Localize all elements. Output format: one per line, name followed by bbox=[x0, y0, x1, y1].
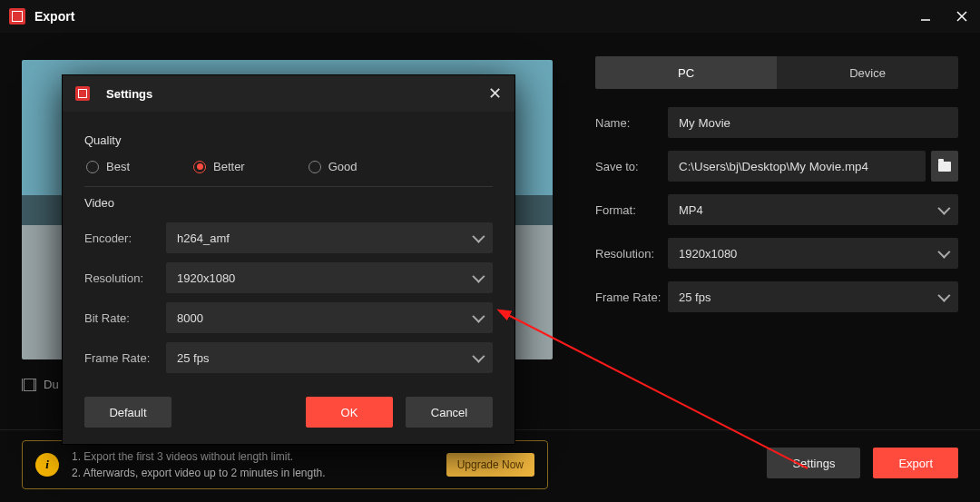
chevron-down-icon bbox=[937, 246, 950, 259]
encoder-label: Encoder: bbox=[84, 231, 166, 245]
saveto-label: Save to: bbox=[595, 160, 668, 173]
upgrade-button[interactable]: Upgrade Now bbox=[446, 453, 534, 477]
bitrate-label: Bit Rate: bbox=[84, 311, 166, 325]
format-label: Format: bbox=[595, 203, 668, 217]
target-tabs: PC Device bbox=[595, 56, 958, 89]
minimize-button[interactable] bbox=[916, 7, 935, 25]
divider bbox=[84, 186, 493, 187]
settings-modal: Settings ✕ Quality Best Better Good Vide… bbox=[62, 74, 515, 445]
modal-close-button[interactable]: ✕ bbox=[488, 84, 502, 103]
chevron-down-icon bbox=[472, 350, 485, 363]
close-button[interactable] bbox=[953, 7, 971, 25]
modal-resolution-select[interactable]: 1920x1080 bbox=[166, 262, 493, 293]
modal-framerate-select[interactable]: 25 fps bbox=[166, 342, 493, 373]
chevron-down-icon bbox=[472, 231, 485, 243]
export-button[interactable]: Export bbox=[873, 448, 958, 478]
export-form: PC Device Name: Save to: Format: MP4 Res… bbox=[595, 56, 958, 312]
chevron-down-icon bbox=[472, 271, 485, 283]
quality-radio-good[interactable]: Good bbox=[309, 160, 358, 173]
app-icon bbox=[75, 86, 90, 101]
duration-label: Du bbox=[44, 378, 59, 391]
info-icon: i bbox=[35, 453, 59, 477]
chevron-down-icon bbox=[472, 310, 485, 323]
bitrate-select[interactable]: 8000 bbox=[166, 302, 493, 333]
cancel-button[interactable]: Cancel bbox=[406, 397, 493, 428]
tab-device[interactable]: Device bbox=[777, 56, 958, 89]
settings-button[interactable]: Settings bbox=[767, 448, 860, 478]
resolution-label: Resolution: bbox=[595, 247, 668, 261]
modal-framerate-label: Frame Rate: bbox=[84, 351, 166, 365]
framerate-label: Frame Rate: bbox=[595, 290, 668, 304]
tab-pc[interactable]: PC bbox=[595, 56, 777, 89]
saveto-input[interactable] bbox=[668, 151, 926, 182]
quality-section-title: Quality bbox=[84, 133, 493, 147]
modal-resolution-label: Resolution: bbox=[84, 271, 166, 285]
default-button[interactable]: Default bbox=[84, 397, 172, 428]
upgrade-banner: i 1. Export the first 3 videos without l… bbox=[22, 440, 548, 489]
format-select[interactable]: MP4 bbox=[668, 194, 958, 225]
encoder-select[interactable]: h264_amf bbox=[166, 222, 493, 253]
modal-header: Settings ✕ bbox=[63, 75, 514, 112]
framerate-select[interactable]: 25 fps bbox=[668, 281, 958, 312]
chevron-down-icon bbox=[937, 202, 950, 215]
quality-radio-better[interactable]: Better bbox=[193, 160, 245, 173]
title-bar: Export bbox=[0, 0, 980, 33]
app-icon bbox=[9, 8, 25, 25]
browse-button[interactable] bbox=[931, 151, 958, 182]
quality-radio-best[interactable]: Best bbox=[86, 160, 130, 173]
video-section-title: Video bbox=[84, 196, 493, 210]
folder-icon bbox=[938, 162, 951, 172]
film-icon bbox=[22, 379, 36, 391]
name-input[interactable] bbox=[668, 107, 958, 138]
name-label: Name: bbox=[595, 116, 668, 130]
resolution-select[interactable]: 1920x1080 bbox=[668, 238, 958, 269]
window-title: Export bbox=[34, 9, 74, 24]
chevron-down-icon bbox=[937, 290, 950, 302]
modal-title: Settings bbox=[106, 87, 152, 101]
upgrade-text: 1. Export the first 3 videos without len… bbox=[72, 448, 326, 481]
ok-button[interactable]: OK bbox=[306, 397, 393, 428]
